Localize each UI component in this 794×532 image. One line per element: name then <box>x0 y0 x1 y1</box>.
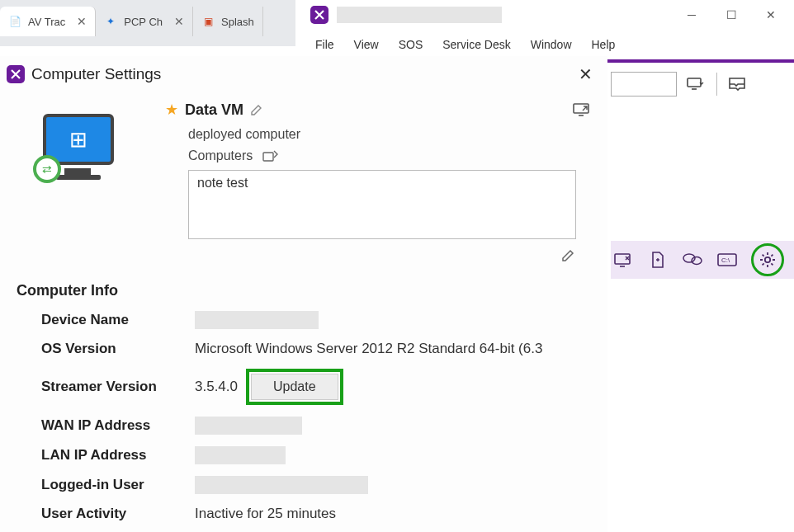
external-display-icon[interactable] <box>573 102 591 117</box>
powerpoint-icon: ▣ <box>201 15 215 28</box>
deployed-label: deployed computer <box>188 127 591 142</box>
settings-gear-highlight <box>751 243 784 276</box>
svg-rect-0 <box>688 78 701 87</box>
gear-icon[interactable] <box>757 249 778 271</box>
title-redacted <box>337 7 502 23</box>
group-label: Computers <box>188 148 253 163</box>
update-highlight: Update <box>246 369 343 405</box>
menu-view[interactable]: View <box>354 38 379 51</box>
label-streamer-version: Streamer Version <box>41 379 195 395</box>
label-lan-ip: LAN IP Address <box>41 447 195 464</box>
page-icon: 📄 <box>8 15 21 28</box>
close-icon[interactable]: ✕ <box>174 15 184 28</box>
update-button[interactable]: Update <box>251 374 338 400</box>
menu-file[interactable]: File <box>315 38 334 51</box>
close-icon[interactable]: ✕ <box>77 15 87 28</box>
chat-icon[interactable] <box>682 249 703 271</box>
sync-badge-icon: ⇄ <box>33 155 61 183</box>
windows-logo-icon: ⊞ <box>69 127 87 153</box>
menu-help[interactable]: Help <box>592 38 616 51</box>
value-os-version: Microsoft Windows Server 2012 R2 Standar… <box>195 341 542 357</box>
command-prompt-icon[interactable]: C:\ <box>716 249 738 271</box>
label-os-version: OS Version <box>41 341 195 357</box>
menu-sos[interactable]: SOS <box>399 38 423 51</box>
app-logo-icon <box>310 6 328 24</box>
display-dropdown-icon[interactable] <box>685 73 708 96</box>
search-input[interactable] <box>611 72 677 97</box>
notes-textarea[interactable] <box>188 170 576 239</box>
close-button[interactable]: ✕ <box>751 2 791 28</box>
titlebar: ─ ☐ ✕ <box>304 0 794 30</box>
edit-name-icon[interactable] <box>250 103 263 116</box>
value-device-name-redacted <box>195 311 319 329</box>
svg-point-6 <box>765 257 770 262</box>
window-controls: ─ ☐ ✕ <box>672 2 791 28</box>
label-logged-in-user: Logged-in User <box>41 477 195 493</box>
star-icon[interactable]: ★ <box>165 101 178 119</box>
tab-label: Splash <box>221 16 254 28</box>
edit-note-icon[interactable] <box>561 247 576 262</box>
dialog-title: Computer Settings <box>31 65 161 83</box>
browser-tabs-bar: 📄 AV Trac ✕ ✦ PCP Ch ✕ ▣ Splash <box>0 0 295 46</box>
divider <box>716 73 717 96</box>
svg-rect-8 <box>263 153 273 161</box>
label-device-name: Device Name <box>41 312 195 328</box>
device-illustration: ⊞ ⇄ <box>17 101 140 262</box>
dialog-close-button[interactable]: ✕ <box>579 64 593 84</box>
app-toolbar <box>611 66 791 102</box>
dialog-header: Computer Settings ✕ <box>0 56 607 92</box>
label-user-activity: User Activity <box>41 506 195 522</box>
remote-screen-icon[interactable] <box>612 249 634 271</box>
file-transfer-icon[interactable] <box>647 249 669 271</box>
value-streamer-version: 3.5.4.0 <box>195 379 238 395</box>
label-wan-ip: WAN IP Address <box>41 417 195 434</box>
svg-rect-7 <box>574 104 588 113</box>
tab-av-trac[interactable]: 📄 AV Trac ✕ <box>0 7 96 36</box>
tab-pcp-ch[interactable]: ✦ PCP Ch ✕ <box>96 7 193 36</box>
tab-label: PCP Ch <box>124 16 163 28</box>
value-user-activity: Inactive for 25 minutes <box>195 506 336 522</box>
inbox-icon[interactable] <box>725 73 749 96</box>
tab-splash[interactable]: ▣ Splash <box>193 7 263 36</box>
menubar: File View SOS Service Desk Window Help <box>304 30 794 59</box>
computer-settings-dialog: Computer Settings ✕ ⊞ ⇄ ★ Data VM <box>0 56 607 532</box>
svg-text:C:\: C:\ <box>721 257 730 264</box>
value-logged-in-user-redacted <box>195 476 368 494</box>
menu-service-desk[interactable]: Service Desk <box>442 38 510 51</box>
tab-label: AV Trac <box>28 16 65 28</box>
edit-group-icon[interactable] <box>262 149 279 162</box>
action-row: C:\ <box>611 241 794 279</box>
value-wan-ip-redacted <box>195 417 302 435</box>
value-lan-ip-redacted <box>195 446 286 464</box>
device-name: Data VM <box>185 101 243 119</box>
app-window: ─ ☐ ✕ File View SOS Service Desk Window … <box>304 0 794 63</box>
confluence-icon: ✦ <box>104 15 117 28</box>
menu-window[interactable]: Window <box>531 38 572 51</box>
app-logo-icon <box>7 65 25 83</box>
section-title-computer-info: Computer Info <box>17 282 591 299</box>
minimize-button[interactable]: ─ <box>672 2 711 28</box>
maximize-button[interactable]: ☐ <box>711 2 751 28</box>
